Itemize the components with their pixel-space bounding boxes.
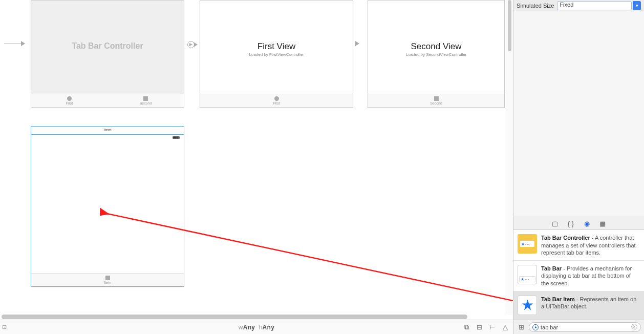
circle-icon <box>67 96 72 101</box>
tab-bar: Item <box>31 273 184 286</box>
simulated-size-select[interactable]: Fixed <box>557 1 632 10</box>
scene-subtitle: Loaded by SecondViewController <box>368 52 504 57</box>
code-snippets-icon[interactable]: { } <box>567 220 575 227</box>
tab-item[interactable]: Second <box>368 94 504 107</box>
pin-icon[interactable]: ⊢ <box>488 323 496 331</box>
library-tabbar: ▢ { } ◉ ▦ <box>513 217 644 230</box>
scene-item[interactable]: Item Item <box>31 126 184 287</box>
library-item-tabbaritem[interactable]: ★ Tab Bar Item - Represents an item on a… <box>513 291 644 320</box>
search-icon <box>532 324 539 330</box>
grid-view-icon[interactable]: ⊞ <box>517 323 526 331</box>
media-library-icon[interactable]: ▦ <box>599 220 607 227</box>
storyboard-canvas[interactable]: Tab Bar Controller First Second First Vi… <box>0 0 513 334</box>
clear-icon[interactable]: ⓧ <box>631 323 637 331</box>
align-edges-icon[interactable]: ⊟ <box>476 323 483 331</box>
circle-icon <box>274 96 279 101</box>
segue-second[interactable] <box>356 41 359 46</box>
tabbar-icon: ★••• <box>518 265 537 284</box>
tab-bar: First Second <box>31 94 184 107</box>
canvas-vertical-scrollbar[interactable] <box>506 0 513 315</box>
segue-first[interactable] <box>187 41 198 48</box>
resolve-icon[interactable]: △ <box>501 323 509 331</box>
battery-icon <box>173 136 180 139</box>
scene-title: Second View <box>368 41 504 52</box>
right-panel: Simulated Size Fixed ▾ ▢ { } ◉ ▦ ★••• Ta… <box>513 0 644 334</box>
square-icon <box>434 96 439 101</box>
scene-tabbarcontroller[interactable]: Tab Bar Controller First Second <box>31 0 184 108</box>
tab-bar: Second <box>368 94 504 107</box>
canvas-horizontal-scrollbar[interactable] <box>2 315 508 319</box>
align-stack-icon[interactable]: ⧉ <box>463 323 470 331</box>
library-item-tabbar[interactable]: ★••• Tab Bar - Provides a mechanism for … <box>513 261 644 291</box>
library-footer: ⊞ tab bar ⓧ <box>513 320 644 334</box>
square-icon <box>105 276 110 280</box>
object-library-list[interactable]: ★••• Tab Bar Controller - A controller t… <box>513 230 644 320</box>
square-icon <box>143 96 148 101</box>
inspector-simulated-size: Simulated Size Fixed ▾ <box>513 0 644 11</box>
tabbarcontroller-icon: ★••• <box>518 234 537 254</box>
scrollbar-thumb[interactable] <box>508 0 511 51</box>
tab-item-second[interactable]: Second <box>108 94 184 107</box>
tab-item[interactable]: Item <box>31 274 184 286</box>
scene-subtitle: Loaded by FirstViewController <box>200 52 353 57</box>
scene-title: First View <box>200 41 353 52</box>
inspector-body <box>513 11 644 217</box>
tab-bar: First <box>200 94 353 107</box>
initial-segue <box>4 41 25 46</box>
size-class-bar[interactable]: ⊡ wAny hAny ⧉ ⊟ ⊢ △ <box>0 320 513 334</box>
scene-secondview[interactable]: Second View Loaded by SecondViewControll… <box>368 0 505 108</box>
tab-item-first[interactable]: First <box>31 94 108 107</box>
object-library-icon[interactable]: ◉ <box>583 220 591 227</box>
scrollbar-thumb[interactable] <box>2 315 467 319</box>
library-item-tabbarcontroller[interactable]: ★••• Tab Bar Controller - A controller t… <box>513 230 644 261</box>
library-search[interactable]: tab bar ⓧ <box>529 322 641 332</box>
label-simulated-size: Simulated Size <box>517 3 554 9</box>
scene-firstview[interactable]: First View Loaded by FirstViewController… <box>200 0 353 108</box>
tab-item[interactable]: First <box>200 94 353 107</box>
file-templates-icon[interactable]: ▢ <box>551 220 559 227</box>
scene-header[interactable]: Item <box>31 127 184 135</box>
scene-title: Tab Bar Controller <box>31 41 184 51</box>
chevron-down-icon[interactable]: ▾ <box>633 1 641 10</box>
tabbaritem-icon: ★ <box>518 296 537 315</box>
search-input[interactable]: tab bar <box>541 324 558 330</box>
